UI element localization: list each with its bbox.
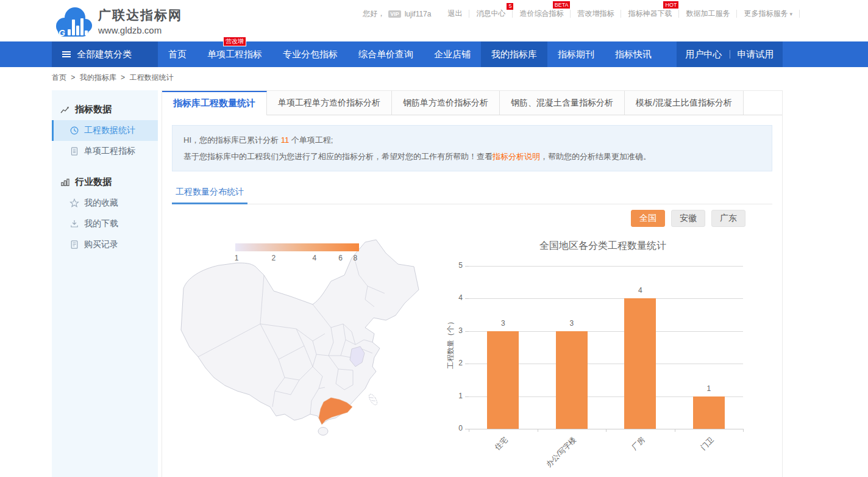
sidebar-item-my-favorites[interactable]: 我的收藏 — [52, 193, 158, 213]
grid-line — [469, 298, 743, 299]
nav-index-journal[interactable]: 指标期刊 — [547, 41, 605, 67]
bar-value-label: 4 — [624, 286, 656, 295]
breadcrumb-library[interactable]: 我的指标库 — [80, 73, 116, 82]
region-buttons: 全国 安徽 广东 — [631, 210, 745, 227]
notice-line1: HI，您的指标库已累计分析 11 个单项工程; — [183, 132, 761, 148]
bar-办公/写字楼 — [556, 331, 588, 429]
nav-enterprise-shop[interactable]: 企业店铺 — [424, 41, 481, 67]
sidebar-item-my-downloads[interactable]: 我的下载 — [52, 213, 158, 234]
trend-chart-icon — [60, 105, 70, 115]
menu-vat-index[interactable]: 营改增指标 — [571, 9, 621, 19]
content-panel: 指标库工程数量统计 单项工程单方造价指标分析 钢筋单方造价指标分析 钢筋、混凝土… — [162, 90, 783, 477]
nav-items: 首页 营改增 单项工程指标 专业分包指标 综合单价查询 企业店铺 我的指标库 指… — [158, 41, 662, 67]
star-icon — [69, 198, 79, 208]
tab-rebar-unit-cost-analysis[interactable]: 钢筋单方造价指标分析 — [392, 91, 500, 115]
x-tick-mark — [606, 429, 607, 432]
svg-text:G: G — [59, 28, 65, 38]
menu-cost-composite-index[interactable]: 造价综合指标 BETA — [513, 9, 570, 19]
china-outline — [181, 240, 419, 424]
x-category-label: 门卫 — [699, 435, 716, 453]
hainan-island — [318, 428, 328, 436]
taiwan-island — [368, 393, 379, 406]
breadcrumb-separator: > — [71, 73, 75, 82]
tabs: 指标库工程数量统计 单项工程单方造价指标分析 钢筋单方造价指标分析 钢筋、混凝土… — [162, 91, 782, 115]
breadcrumb-home[interactable]: 首页 — [52, 73, 66, 82]
tab-formwork-concrete-ratio-analysis[interactable]: 模板/混凝土比值指标分析 — [625, 91, 744, 115]
menu-data-processing[interactable]: 数据加工服务 — [679, 9, 736, 19]
user-center-link[interactable]: 用户中心 — [686, 49, 722, 60]
hot-badge: HOT — [663, 1, 678, 9]
legend-tick: 6 — [338, 254, 343, 262]
top-menu: 您好， VIP lujif117a 退出 消息中心 5 造价综合指标 BETA … — [361, 9, 800, 19]
nav-index-news[interactable]: 指标快讯 — [605, 41, 662, 67]
x-tick-mark — [743, 429, 744, 432]
grid-line — [469, 266, 743, 267]
hamburger-icon — [62, 49, 71, 59]
greeting-text: 您好， — [361, 9, 386, 19]
nav-subcontract-index[interactable]: 专业分包指标 — [272, 41, 348, 67]
bar-value-label: 3 — [487, 319, 519, 328]
bar-chart-icon — [60, 178, 70, 187]
legend-tick: 4 — [313, 254, 317, 262]
all-building-categories-button[interactable]: 全部建筑分类 — [52, 41, 158, 67]
region-button-national[interactable]: 全国 — [631, 210, 665, 227]
tab-single-unit-cost-analysis[interactable]: 单项工程单方造价指标分析 — [267, 91, 392, 115]
sidebar-item-project-data-statistics[interactable]: 工程数据统计 — [52, 120, 158, 141]
y-tick-mark — [465, 331, 469, 332]
x-tick-mark — [469, 429, 469, 432]
logo[interactable]: G 广联达指标网 www.gldzb.com — [52, 4, 182, 38]
beta-badge: BETA — [553, 1, 571, 9]
notice-line2: 基于您指标库中的工程我们为您进行了相应的指标分析，希望对您的工作有所帮助！查看指… — [183, 148, 761, 165]
analysis-instructions-link[interactable]: 指标分析说明 — [493, 152, 540, 161]
map-legend-gradient — [235, 243, 359, 251]
bar-chart: 全国地区各分类工程数量统计 工程数量（个） 0123453住宅3办公/写字楼4厂… — [444, 240, 761, 477]
nav-single-project-index[interactable]: 营改增 单项工程指标 — [197, 41, 272, 67]
document-icon — [69, 146, 79, 156]
sidebar-item-purchase-records[interactable]: 购买记录 — [52, 234, 158, 255]
nav-unit-price-query[interactable]: 综合单价查询 — [348, 41, 424, 67]
region-row: 全国 安徽 广东 — [162, 204, 782, 232]
china-map[interactable] — [171, 237, 427, 439]
nav-home[interactable]: 首页 — [158, 41, 197, 67]
sidebar-section-index-data: 指标数据 — [52, 98, 158, 120]
vip-badge: VIP — [388, 10, 401, 18]
legend-tick: 2 — [272, 254, 276, 262]
subtab-distribution-statistics[interactable]: 工程数量分布统计 — [172, 187, 247, 204]
x-category-label: 厂房 — [630, 435, 647, 453]
logo-cloud-icon: G — [52, 4, 92, 38]
logout-button[interactable]: 退出 — [441, 9, 469, 19]
subtab-row: 工程数量分布统计 — [172, 181, 772, 204]
nav-my-index-library[interactable]: 我的指标库 — [481, 41, 547, 67]
menu-message-center[interactable]: 消息中心 5 — [469, 9, 512, 19]
map-legend-ticks: 12468 — [235, 253, 359, 263]
tab-library-project-count[interactable]: 指标库工程数量统计 — [162, 91, 267, 115]
y-tick-label: 3 — [447, 326, 463, 335]
breadcrumb: 首页 > 我的指标库 > 工程数据统计 — [52, 73, 176, 83]
project-count: 11 — [281, 135, 290, 145]
menu-more-services[interactable]: 更多指标服务▾ — [737, 9, 799, 19]
bar-住宅 — [487, 331, 519, 429]
x-tick-mark — [675, 429, 675, 432]
bar-chart-title: 全国地区各分类工程数量统计 — [444, 240, 761, 253]
y-tick-label: 4 — [447, 293, 463, 302]
divider — [730, 50, 730, 59]
x-category-label: 办公/写字楼 — [544, 435, 579, 470]
map-legend: 12468 — [235, 243, 359, 263]
y-tick-mark — [465, 364, 469, 364]
sidebar-item-single-project-index[interactable]: 单项工程指标 — [52, 141, 158, 162]
region-button-guangdong[interactable]: 广东 — [711, 210, 745, 227]
vat-reform-badge: 营改增 — [223, 37, 246, 46]
bar-value-label: 3 — [556, 319, 588, 328]
y-tick-mark — [465, 396, 469, 397]
notice-box: HI，您的指标库已累计分析 11 个单项工程; 基于您指标库中的工程我们为您进行… — [172, 125, 772, 171]
menu-tool-download[interactable]: 指标神器下载 HOT — [621, 9, 678, 19]
y-tick-label: 5 — [447, 261, 463, 270]
tab-rebar-concrete-content-analysis[interactable]: 钢筋、混凝土含量指标分析 — [500, 91, 625, 115]
apply-trial-link[interactable]: 申请试用 — [738, 49, 774, 60]
y-tick-label: 1 — [447, 392, 463, 400]
receipt-icon — [69, 240, 79, 249]
region-button-anhui[interactable]: 安徽 — [671, 210, 705, 227]
sidebar: 指标数据 工程数据统计 单项工程指标 — [52, 90, 158, 477]
x-tick-mark — [538, 429, 538, 432]
site-url: www.gldzb.com — [98, 25, 182, 35]
